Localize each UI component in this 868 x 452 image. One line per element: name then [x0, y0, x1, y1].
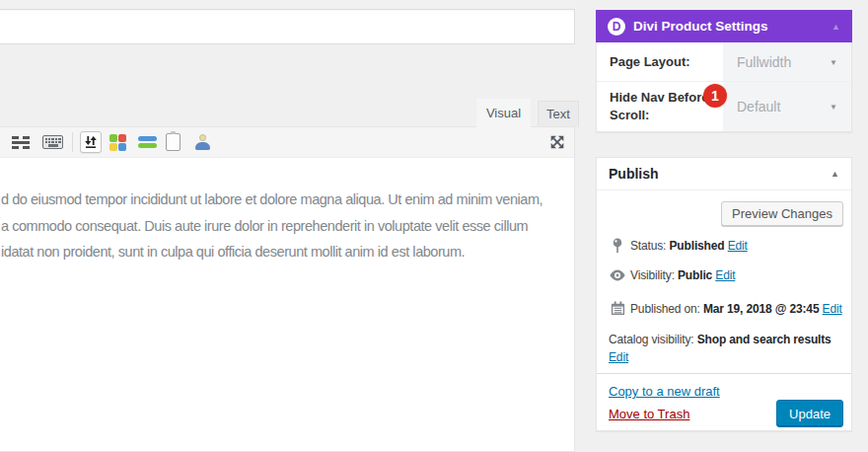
keyboard-icon[interactable] — [42, 131, 63, 153]
content-editor: d do eiusmod tempor incididunt ut labore… — [0, 126, 575, 452]
fullscreen-icon[interactable] — [546, 131, 568, 153]
editor-toolbar — [0, 127, 574, 158]
divi-panel-body: Page Layout: Fullwidth ▼ Hide Nav Before… — [596, 42, 852, 132]
page-layout-label: Page Layout: — [610, 53, 720, 71]
color-grid-icon[interactable] — [109, 131, 126, 153]
copy-to-new-draft-link[interactable]: Copy to a new draft — [609, 384, 720, 399]
edit-published-on-link[interactable]: Edit — [823, 302, 842, 316]
divi-logo-icon: D — [608, 18, 625, 36]
published-on-value: Mar 19, 2018 @ 23:45 — [703, 302, 819, 316]
published-on-label: Published on: — [630, 302, 700, 316]
publish-panel: Publish ▲ Preview Changes Status: Publis… — [596, 157, 852, 431]
user-icon[interactable] — [194, 131, 211, 153]
divi-product-settings-panel: D Divi Product Settings ▲ Page Layout: F… — [596, 10, 852, 132]
page-layout-row: Page Layout: Fullwidth ▼ — [597, 42, 851, 82]
publishing-actions: Copy to a new draft Move to Trash Update — [597, 373, 851, 430]
divi-panel-title: Divi Product Settings — [633, 19, 768, 34]
editor-text-line: a commodo consequat. Duis aute irure dol… — [1, 213, 564, 240]
calendar-icon — [609, 300, 626, 317]
editor-text-line: idatat non proident, sunt in culpa qui o… — [1, 239, 564, 265]
tab-visual[interactable]: Visual — [476, 99, 531, 127]
annotation-step-badge: 1 — [703, 84, 727, 108]
visibility-row: Visibility: Public Edit — [609, 268, 735, 282]
publish-panel-header: Publish ▲ — [597, 158, 851, 190]
visibility-label: Visibility: — [630, 268, 675, 282]
collapse-arrow-icon[interactable]: ▲ — [832, 22, 840, 32]
edit-catalog-visibility-link[interactable]: Edit — [609, 350, 628, 364]
tab-text[interactable]: Text — [538, 101, 579, 127]
editor-text-line: d do eiusmod tempor incididunt ut labore… — [1, 187, 564, 213]
publish-panel-title: Publish — [609, 166, 659, 182]
clipboard-icon[interactable] — [166, 131, 181, 153]
catalog-visibility-edit-row: Edit — [609, 350, 628, 364]
edit-status-link[interactable]: Edit — [728, 239, 748, 253]
swap-arrows-icon[interactable] — [80, 131, 102, 153]
collapse-arrow-icon[interactable]: ▲ — [831, 158, 839, 189]
page-layout-select[interactable]: Fullwidth — [737, 54, 791, 70]
status-value: Published — [670, 239, 725, 253]
status-label: Status: — [630, 239, 666, 253]
update-button[interactable]: Update — [776, 400, 843, 427]
catalog-visibility-value: Shop and search results — [697, 333, 832, 346]
stacked-bars-icon[interactable] — [138, 131, 157, 153]
product-title-input[interactable] — [0, 9, 575, 44]
status-row: Status: Published Edit — [609, 237, 748, 255]
eye-icon — [609, 268, 626, 282]
catalog-visibility-label: Catalog visibility: — [609, 333, 694, 346]
hide-nav-select[interactable]: Default — [737, 99, 780, 114]
pin-icon — [609, 237, 626, 255]
published-on-row: Published on: Mar 19, 2018 @ 23:45 Edit — [609, 300, 842, 317]
editor-text-area[interactable]: d do eiusmod tempor incididunt ut labore… — [1, 187, 564, 265]
preview-changes-button[interactable]: Preview Changes — [721, 201, 843, 226]
wordpress-edit-product-screen: Visual Text — [0, 0, 868, 452]
visibility-value: Public — [678, 268, 712, 282]
chevron-down-icon: ▼ — [830, 57, 837, 66]
divi-panel-header: D Divi Product Settings ▲ — [596, 10, 852, 42]
toolbar-separator — [72, 132, 73, 152]
catalog-visibility-row: Catalog visibility: Shop and search resu… — [609, 333, 832, 346]
chevron-down-icon: ▼ — [830, 103, 837, 112]
edit-visibility-link[interactable]: Edit — [715, 268, 735, 282]
read-more-icon[interactable] — [12, 131, 30, 153]
move-to-trash-link[interactable]: Move to Trash — [609, 407, 689, 421]
